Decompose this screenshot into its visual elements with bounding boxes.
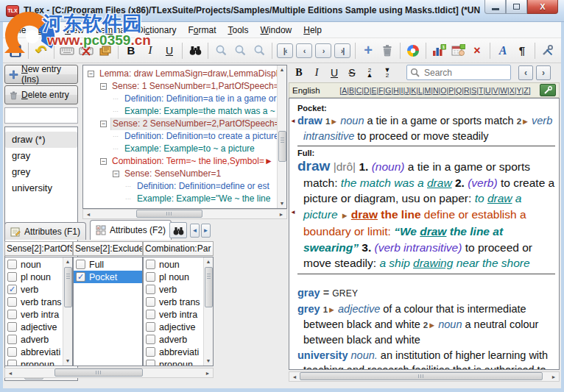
entry-filter-input[interactable] <box>4 107 78 124</box>
alphabet-letter-G[interactable]: G <box>385 86 391 95</box>
attribute-item[interactable]: adjective <box>144 321 203 333</box>
delete-entry-toolbar-button[interactable] <box>77 41 96 60</box>
zoom-out-button[interactable] <box>250 41 269 60</box>
attr-column-header[interactable]: Sense[2]:Exclude <box>73 241 143 256</box>
minimize-button[interactable] <box>484 0 506 14</box>
checkbox[interactable] <box>146 260 155 269</box>
checkbox[interactable] <box>76 260 85 269</box>
attribute-item[interactable]: verb intra <box>144 308 203 321</box>
tree-row-sense[interactable]: −Sense: 2 SenseNumber=2,PartOfSpeech=ver… <box>83 118 277 130</box>
underline-button[interactable]: U <box>325 65 343 81</box>
checkbox[interactable] <box>146 297 155 307</box>
preview-search-box[interactable] <box>406 65 511 80</box>
menu-format[interactable]: Format <box>182 24 222 37</box>
preview-entry[interactable]: draw |drô| 1. (noun) a tie in a game or … <box>297 158 557 271</box>
underline-button[interactable]: U <box>160 41 179 60</box>
checkbox[interactable] <box>7 335 17 344</box>
zoom-reset-button[interactable] <box>211 41 230 60</box>
preview-search-input[interactable] <box>423 67 507 79</box>
attribute-item[interactable]: verb intra <box>5 308 63 321</box>
nav-next-button[interactable]: › <box>315 43 331 58</box>
alphabet-letter-X[interactable]: X <box>510 86 515 95</box>
nav-last-button[interactable]: ›| <box>334 43 350 58</box>
preview-cards-button[interactable] <box>96 41 115 60</box>
alphabet-letter-Y[interactable]: Y <box>517 86 522 95</box>
attribute-item[interactable]: Full <box>74 258 142 271</box>
tree-row-sense[interactable]: −Sense: SenseNumber=1 <box>83 168 277 180</box>
alphabet-letter-N[interactable]: N <box>433 86 439 95</box>
web-search-button[interactable] <box>403 41 423 60</box>
menu-file[interactable]: File <box>6 24 32 37</box>
checkbox[interactable]: ✓ <box>76 272 85 282</box>
preview-entry[interactable]: gray = GREY <box>297 285 557 301</box>
delete-entry-button[interactable]: Delete entry <box>4 85 78 104</box>
alphabet-letter-L[interactable]: L <box>418 86 423 95</box>
customize-button[interactable] <box>538 41 557 60</box>
alphabet-letter-M[interactable]: M <box>425 86 431 95</box>
alphabet-letter-I[interactable]: I <box>401 86 403 95</box>
menu-lemma[interactable]: Lemma <box>90 24 131 37</box>
italic-button[interactable]: I <box>141 41 160 60</box>
entry-list-item[interactable]: draw (*) <box>5 132 77 148</box>
font-button[interactable]: A <box>493 41 512 60</box>
alphabet-letter-S[interactable]: S <box>471 86 476 95</box>
attribute-search-button[interactable] <box>169 222 187 238</box>
tab-scroll-right-button[interactable]: ► <box>201 224 211 238</box>
checkbox[interactable] <box>7 260 17 269</box>
attribute-item[interactable]: noun <box>5 258 63 271</box>
entry-list-item[interactable]: university <box>5 180 77 196</box>
attr-column-vscrollbar[interactable]: ▲▼ <box>63 257 72 366</box>
checkbox[interactable] <box>146 322 155 332</box>
alphabet-letter-A[interactable]: A <box>342 86 347 95</box>
checkbox[interactable] <box>7 310 17 319</box>
tab-attributes-f1[interactable]: Attributes (F1) <box>4 222 86 240</box>
subscript-button[interactable]: ▼2 <box>378 65 396 81</box>
tab-scroll-left-button[interactable]: ◄ <box>190 224 200 238</box>
tree-row-combination[interactable]: −Combination: Term=~ the line,Symbol=► <box>83 155 277 168</box>
zoom-in-button[interactable] <box>230 41 250 60</box>
preview-entry[interactable]: draw 1► noun a tie in a game or sports m… <box>297 113 557 143</box>
collapse-icon[interactable]: − <box>88 71 94 77</box>
alphabet-letter-Z[interactable]: Z <box>524 86 528 95</box>
attribute-item[interactable]: pl noun <box>5 271 63 283</box>
alphabet-letter-C[interactable]: C <box>356 86 362 95</box>
collapse-icon[interactable]: − <box>100 158 107 165</box>
checkbox[interactable] <box>7 347 17 357</box>
attr-column-vscrollbar[interactable]: ▲▼ <box>203 257 213 366</box>
preview-entry[interactable]: grey 1► adjective of a colour that is in… <box>297 302 557 347</box>
attribute-item[interactable]: ✓verb <box>5 283 63 296</box>
checkbox[interactable] <box>146 347 155 357</box>
attribute-item[interactable]: noun <box>144 258 203 271</box>
collapse-icon[interactable]: − <box>100 121 107 127</box>
alphabet-letter-J[interactable]: J <box>405 86 409 95</box>
attribute-item[interactable]: verb trans <box>144 296 203 308</box>
tree-vscrollbar[interactable]: ▲ ▼ <box>277 65 286 208</box>
attribute-item[interactable]: adverb <box>144 333 203 346</box>
statistics-button[interactable]: 1 <box>429 41 448 60</box>
preview-entry[interactable]: university noun. an institution of highe… <box>297 348 557 371</box>
preview-prev-button[interactable]: ‹ <box>518 65 533 80</box>
checkbox[interactable] <box>146 285 155 294</box>
alphabet-letter-E[interactable]: E <box>371 86 376 95</box>
delete-x-button[interactable]: × <box>468 41 487 60</box>
alphabet-letter-K[interactable]: K <box>411 86 416 95</box>
checkbox[interactable] <box>146 310 155 319</box>
bold-button[interactable]: B <box>121 41 141 60</box>
tree-row-example[interactable]: ···Example: Example=the match was a ~ <box>83 105 277 118</box>
attribute-item[interactable]: abbreviati <box>5 346 63 358</box>
tree-row-definition[interactable]: ···Definition: Definition=to create a pi… <box>83 130 277 143</box>
checkbox[interactable]: ✓ <box>7 285 17 294</box>
preview-pane[interactable]: ◄ ◄ Pocket:draw 1► noun a tie in a game … <box>289 98 560 370</box>
alphabet-letter-T[interactable]: T <box>479 86 483 95</box>
strikethrough-button[interactable]: S <box>343 65 361 81</box>
alphabet-letter-V[interactable]: V <box>493 86 498 95</box>
attr-column-header[interactable]: Combination:Par <box>143 241 214 256</box>
tree-row-sense[interactable]: −Sense: 1 SenseNumber=1,PartOfSpeech=nou… <box>83 80 277 93</box>
menu-window[interactable]: Window <box>255 24 298 37</box>
bold-button[interactable]: B <box>290 65 308 81</box>
collapse-icon[interactable]: − <box>113 171 119 177</box>
collapse-icon[interactable]: − <box>100 83 107 90</box>
alphabet-letter-P[interactable]: P <box>448 86 454 95</box>
tree-row-lemma[interactable]: −Lemma: draw LemmaSign=draw,LemmaDisplay… <box>83 68 277 80</box>
tree-row-definition[interactable]: ···Definition: Definition=define or est <box>83 180 277 193</box>
